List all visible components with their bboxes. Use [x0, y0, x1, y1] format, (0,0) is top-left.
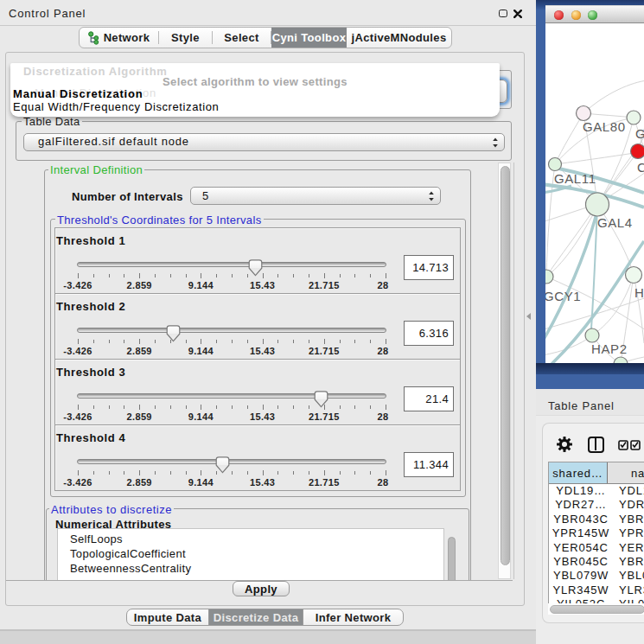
- svg-text:C: C: [637, 160, 644, 175]
- svg-text:HAP2: HAP2: [591, 341, 628, 356]
- svg-text:GA: GA: [635, 126, 644, 141]
- svg-text:H: H: [634, 285, 644, 300]
- svg-text:GAL80: GAL80: [583, 119, 626, 134]
- svg-text:GAL11: GAL11: [554, 171, 596, 186]
- svg-text:GCY1: GCY1: [545, 289, 581, 303]
- svg-text:GAL4: GAL4: [597, 215, 633, 230]
